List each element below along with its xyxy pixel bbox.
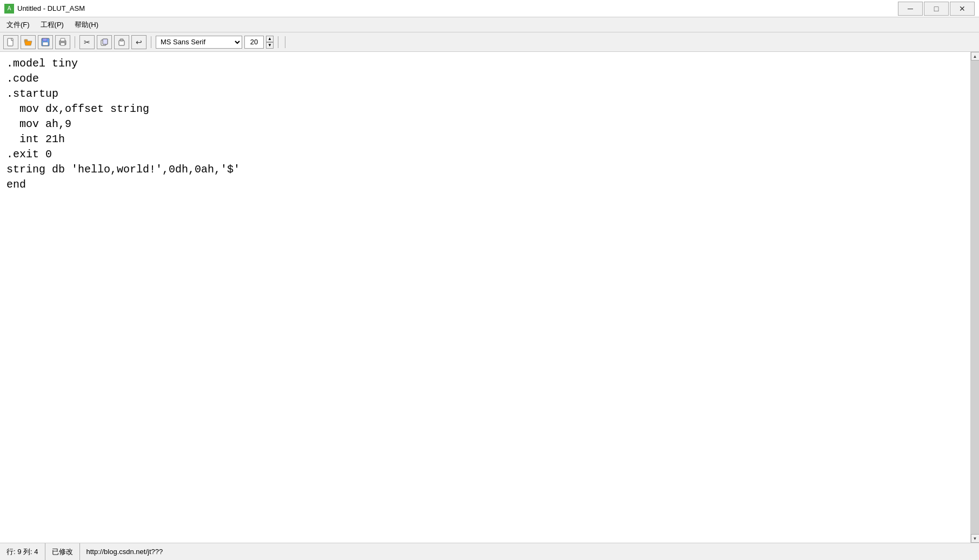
svg-rect-1	[24, 39, 28, 41]
svg-rect-3	[43, 38, 47, 41]
scroll-up-button[interactable]: ▲	[971, 52, 980, 61]
svg-rect-11	[120, 39, 123, 41]
toolbar-separator-2	[151, 36, 151, 48]
modified-status: 已修改	[45, 543, 80, 560]
menu-file[interactable]: 文件(F)	[2, 19, 34, 31]
scroll-track[interactable]	[971, 61, 979, 534]
app-icon: A	[4, 4, 14, 14]
cut-button[interactable]: ✂	[79, 35, 95, 49]
code-editor[interactable]	[0, 52, 970, 543]
font-select[interactable]: MS Sans Serif Courier New Arial	[156, 36, 242, 49]
cursor-position: 行: 9 列: 4	[0, 543, 45, 560]
title-bar-left: A Untitled - DLUT_ASM	[4, 4, 85, 14]
minimize-button[interactable]: ─	[898, 2, 923, 16]
status-bar: 行: 9 列: 4 已修改 http://blog.csdn.net/jt???	[0, 543, 979, 560]
title-bar: A Untitled - DLUT_ASM ─ □ ✕	[0, 0, 979, 17]
vertical-scrollbar[interactable]: ▲ ▼	[970, 52, 979, 543]
font-size-input[interactable]	[244, 36, 264, 49]
new-button[interactable]	[3, 35, 18, 49]
menu-bar: 文件(F) 工程(P) 帮助(H)	[0, 17, 979, 32]
svg-rect-6	[61, 38, 65, 41]
copy-button[interactable]	[97, 35, 112, 49]
svg-rect-0	[8, 38, 13, 46]
scroll-down-button[interactable]: ▼	[971, 534, 980, 543]
open-button[interactable]	[21, 35, 36, 49]
svg-rect-9	[103, 39, 108, 44]
undo-button[interactable]: ↩	[131, 35, 146, 49]
menu-help[interactable]: 帮助(H)	[70, 19, 103, 31]
menu-project[interactable]: 工程(P)	[36, 19, 68, 31]
paste-button[interactable]	[114, 35, 129, 49]
font-size-up-button[interactable]: ▲	[266, 36, 274, 42]
font-size-spinner: ▲ ▼	[266, 36, 274, 49]
title-bar-controls: ─ □ ✕	[898, 2, 975, 16]
save-button[interactable]	[38, 35, 53, 49]
toolbar: ✂ ↩ MS Sans Serif Courier New Arial ▲ ▼	[0, 32, 979, 52]
svg-rect-4	[43, 42, 48, 45]
close-button[interactable]: ✕	[950, 2, 975, 16]
toolbar-separator-1	[75, 36, 75, 48]
font-size-down-button[interactable]: ▼	[266, 42, 274, 49]
svg-rect-7	[61, 43, 65, 45]
watermark-text: http://blog.csdn.net/jt???	[80, 543, 979, 560]
toolbar-separator-3	[278, 36, 278, 48]
title-text: Untitled - DLUT_ASM	[17, 4, 85, 12]
print-button[interactable]	[55, 35, 70, 49]
editor-container: ▲ ▼	[0, 52, 979, 543]
toolbar-separator-4	[285, 36, 285, 48]
restore-button[interactable]: □	[924, 2, 949, 16]
